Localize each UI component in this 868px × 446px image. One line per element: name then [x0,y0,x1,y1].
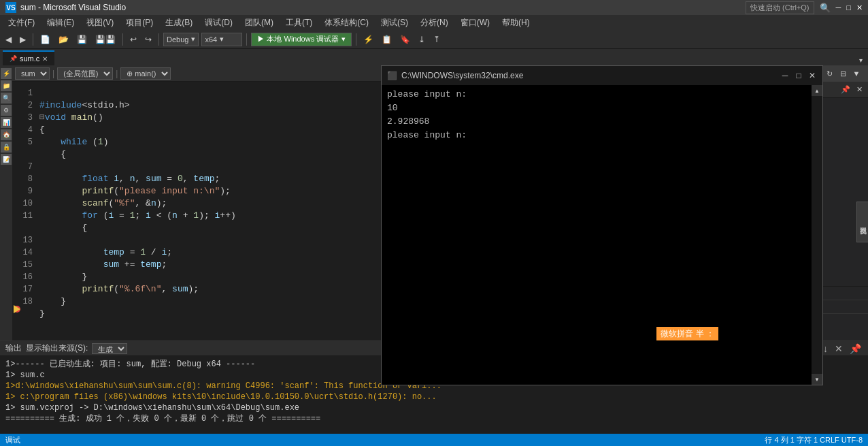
sidebar-icon-6[interactable]: 🏠 [1,129,12,140]
output-source-select[interactable]: 生成 [92,343,127,354]
status-bar: 调试 行 4 列 1 字符 1 CRLF UTF-8 [0,434,868,446]
tab-sum-c[interactable]: 📌 sum.c ✕ [3,50,54,65]
debug-arrow [14,305,20,313]
cmd-title-left: ⬛ C:\WINDOWS\system32\cmd.exe [387,71,523,80]
output-source-label: 显示输出来源(S): [26,343,88,354]
sep1 [33,33,33,46]
toolbar-back[interactable]: ◀ [3,33,14,46]
toolbar-misc2[interactable]: 📋 [379,33,395,46]
cmd-controls: ─ □ ✕ [780,71,817,80]
sidebar-icon-1[interactable]: ⚡ [1,68,12,79]
menu-architecture[interactable]: 体系结构(C) [319,16,374,30]
title-bar-left: VS sum - Microsoft Visual Studio [5,2,126,13]
toolbar-undo[interactable]: ↩ [127,33,139,46]
sidebar-icon-7[interactable]: 🔒 [1,142,12,153]
toolbar-forward[interactable]: ▶ [17,33,29,46]
se-refresh-btn[interactable]: ↻ [823,67,835,80]
cmd-body: please input n: 10 2.928968 please input… [382,85,822,385]
toolbar-misc1[interactable]: ⚡ [361,33,376,46]
sidebar-icon-5[interactable]: 📊 [1,117,12,128]
menu-debug[interactable]: 调试(D) [199,16,238,30]
sidebar-icon-4[interactable]: ⚙ [1,105,12,116]
cmd-scroll-track [812,96,822,374]
toolbar-redo[interactable]: ↪ [142,33,154,46]
output-line-4: 1> c:\program files (x86)\windows kits\1… [5,392,863,402]
sidebar-icon-2[interactable]: 📁 [1,80,12,91]
toolbar-misc5[interactable]: ⤒ [431,33,443,46]
close-btn[interactable]: ✕ [856,3,863,12]
cmd-minimize-btn[interactable]: ─ [780,71,790,80]
function-select[interactable]: ⊕ main() [120,67,171,80]
se-close-btn[interactable]: ✕ [853,84,865,96]
cmd-title-bar: ⬛ C:\WINDOWS\system32\cmd.exe ─ □ ✕ [382,66,822,85]
cmd-title-text: C:\WINDOWS\system32\cmd.exe [401,71,523,80]
output-pin-btn[interactable]: 📌 [848,343,863,354]
toolbar-misc4[interactable]: ⤓ [416,33,428,46]
cmd-scroll-up-btn[interactable]: ▲ [812,85,822,96]
sep3 [158,33,159,46]
vs-logo: VS [5,2,16,13]
status-mode: 调试 [5,435,20,445]
toolbar-save[interactable]: 💾 [74,33,90,46]
cmd-line-4: please input n: [387,129,806,142]
cmd-line-3: 2.928968 [387,115,806,129]
sep4 [246,33,247,46]
run-btn[interactable]: ▶ 本地 Windows 调试器 ▾ [251,33,352,46]
menu-view[interactable]: 视图(V) [81,16,119,30]
output-clear-btn[interactable]: ✕ [833,343,844,354]
menu-edit[interactable]: 编辑(E) [41,16,80,30]
search-icon[interactable]: 🔍 [820,3,831,13]
sep5 [356,33,356,46]
sep2 [122,33,123,46]
menu-file[interactable]: 文件(F) [3,16,40,30]
menu-tools[interactable]: 工具(T) [280,16,318,30]
toolbar: ◀ ▶ 📄 📂 💾 💾💾 ↩ ↪ Debug ▾ x64 ▾ ▶ 本地 Wind… [0,30,868,49]
toolbar-open[interactable]: 📂 [56,33,71,46]
menu-build[interactable]: 生成(B) [160,16,198,30]
sidebar-icon-3[interactable]: 🔍 [1,93,12,103]
title-bar-right: 快速启动 (Ctrl+Q) 🔍 ─ □ ✕ [746,1,863,14]
tab-close-btn[interactable]: ✕ [42,55,48,63]
cmd-scroll-down-btn[interactable]: ▼ [812,374,822,385]
ime-bar: 微软拼音 半 ： [656,327,718,340]
scope-select[interactable]: sum [15,67,50,80]
cmd-icon: ⬛ [387,71,397,80]
cmd-line-1: please input n: [387,88,806,101]
menu-team[interactable]: 团队(M) [239,16,279,30]
platform-dropdown[interactable]: x64 ▾ [201,33,242,46]
maximize-btn[interactable]: □ [846,3,851,12]
title-bar: VS sum - Microsoft Visual Studio 快速启动 (C… [0,0,868,15]
output-line-6: ========== 生成: 成功 1 个，失败 0 个，最新 0 个，跳过 0… [5,413,863,424]
se-filter-btn[interactable]: ▼ [850,67,863,80]
tab-dropdown-btn[interactable]: ▾ [856,55,865,65]
cmd-window[interactable]: ⬛ C:\WINDOWS\system32\cmd.exe ─ □ ✕ plea… [381,65,823,385]
toolbar-saveall[interactable]: 💾💾 [93,33,118,46]
menu-help[interactable]: 帮助(H) [497,16,535,30]
global-scope-select[interactable]: (全局范围) [57,67,113,80]
output-header-left: 输出 显示输出来源(S): 生成 [5,343,127,354]
quick-launch[interactable]: 快速启动 (Ctrl+Q) [746,1,814,14]
cmd-maximize-btn[interactable]: □ [794,71,803,80]
minimize-btn[interactable]: ─ [836,3,841,12]
config-dropdown[interactable]: Debug ▾ [163,33,199,46]
menu-window[interactable]: 窗口(W) [455,16,495,30]
view-toggle-btn[interactable]: 类视图 [856,202,868,242]
toolbar-new[interactable]: 📄 [37,33,53,46]
debug-arrow-area [14,305,20,315]
menu-test[interactable]: 测试(S) [375,16,414,30]
tab-pin-icon: 📌 [10,55,17,62]
menu-bar: 文件(F) 编辑(E) 视图(V) 项目(P) 生成(B) 调试(D) 团队(M… [0,15,868,30]
menu-analyze[interactable]: 分析(N) [415,16,454,30]
se-collapse-btn[interactable]: ⊟ [837,67,849,80]
title-bar-text: sum - Microsoft Visual Studio [20,3,126,12]
se-pin-btn[interactable]: 📌 [839,84,852,96]
menu-project[interactable]: 项目(P) [120,16,158,30]
sidebar-icon-8[interactable]: 📝 [1,154,12,165]
cmd-close-btn[interactable]: ✕ [807,71,817,80]
toolbar-misc3[interactable]: 🔖 [397,33,413,46]
cmd-output: please input n: 10 2.928968 please input… [382,85,812,385]
cmd-scrollbar[interactable]: ▲ ▼ [812,85,822,385]
output-title: 输出 [5,343,22,354]
cmd-line-2: 10 [387,101,806,115]
status-position: 行 4 列 1 字符 1 CRLF UTF-8 [765,435,863,445]
